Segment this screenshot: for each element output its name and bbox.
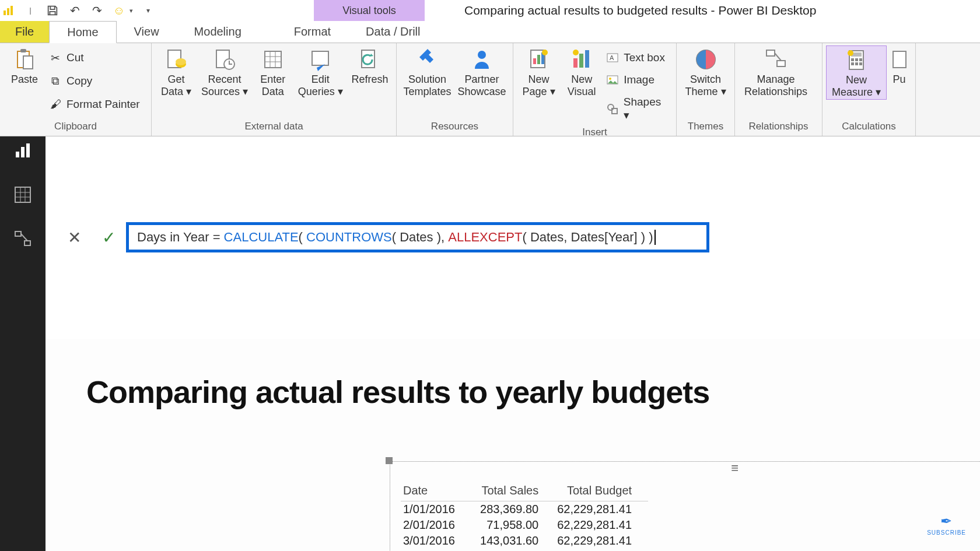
feedback-smile-icon[interactable]: ☺ bbox=[112, 3, 126, 17]
svg-rect-26 bbox=[585, 50, 589, 68]
publish-icon bbox=[887, 47, 912, 72]
paste-button[interactable]: Paste bbox=[4, 45, 46, 87]
report-canvas[interactable]: Comparing actual results to yearly budge… bbox=[46, 339, 980, 552]
svg-rect-51 bbox=[15, 187, 30, 202]
table-visual[interactable]: ≡ DateTotal SalesTotal Budget1/01/201628… bbox=[390, 461, 980, 552]
data-table: DateTotal SalesTotal Budget1/01/2016283,… bbox=[390, 462, 980, 552]
svg-point-27 bbox=[573, 50, 579, 55]
cut-icon: ✂ bbox=[49, 51, 62, 64]
svg-rect-25 bbox=[579, 54, 583, 68]
svg-rect-48 bbox=[16, 152, 19, 157]
svg-rect-47 bbox=[893, 51, 906, 68]
refresh-icon bbox=[357, 47, 383, 72]
svg-point-46 bbox=[848, 50, 853, 56]
svg-rect-42 bbox=[859, 58, 862, 61]
report-view-icon[interactable] bbox=[11, 139, 34, 162]
svg-rect-20 bbox=[533, 58, 536, 64]
svg-rect-36 bbox=[777, 61, 785, 66]
group-external-data: Get Data ▾ Recent Sources ▾ Enter Data E… bbox=[152, 43, 397, 136]
window-title: Comparing actual results to budgeted res… bbox=[425, 0, 980, 21]
image-icon bbox=[606, 73, 619, 86]
shapes-button[interactable]: Shapes ▾ bbox=[603, 93, 673, 124]
group-resources: Solution Templates Partner Showcase Reso… bbox=[397, 43, 513, 136]
resize-handle[interactable] bbox=[386, 457, 393, 464]
undo-icon[interactable]: ↶ bbox=[68, 3, 82, 17]
svg-text:A: A bbox=[610, 54, 614, 61]
table-row[interactable]: 2/01/201671,958.0062,229,281.41 bbox=[401, 517, 648, 533]
formula-input[interactable]: Days in Year = CALCULATE( COUNTROWS( Dat… bbox=[126, 222, 709, 252]
app-logo-icon bbox=[1, 3, 15, 17]
group-relationships: Manage Relationships Relationships bbox=[735, 43, 822, 136]
edit-queries-icon bbox=[307, 47, 333, 72]
save-icon[interactable] bbox=[46, 3, 60, 17]
recent-sources-button[interactable]: Recent Sources ▾ bbox=[197, 45, 252, 99]
get-data-icon bbox=[163, 47, 189, 72]
svg-point-8 bbox=[176, 58, 186, 65]
new-page-button[interactable]: New Page ▾ bbox=[517, 45, 561, 99]
svg-rect-5 bbox=[23, 56, 33, 69]
publish-button-partial[interactable]: Pu bbox=[887, 45, 912, 87]
partner-showcase-button[interactable]: Partner Showcase bbox=[454, 45, 509, 99]
tab-file[interactable]: File bbox=[0, 21, 49, 43]
edit-queries-button[interactable]: Edit Queries ▾ bbox=[294, 45, 347, 99]
copy-button[interactable]: ⧉Copy bbox=[46, 72, 144, 90]
group-insert: New Page ▾ New Visual AText box Image Sh… bbox=[513, 43, 677, 136]
group-themes: Switch Theme ▾ Themes bbox=[677, 43, 735, 136]
copy-icon: ⧉ bbox=[49, 75, 62, 87]
switch-theme-icon bbox=[693, 47, 719, 72]
svg-line-37 bbox=[775, 53, 781, 61]
svg-rect-40 bbox=[851, 58, 854, 61]
textbox-button[interactable]: AText box bbox=[603, 49, 673, 66]
tab-format[interactable]: Format bbox=[276, 21, 348, 43]
tab-view[interactable]: View bbox=[117, 21, 177, 43]
svg-point-31 bbox=[609, 78, 611, 80]
cut-button[interactable]: ✂Cut bbox=[46, 49, 144, 66]
svg-rect-0 bbox=[4, 10, 6, 15]
data-view-icon[interactable] bbox=[11, 183, 34, 206]
svg-rect-4 bbox=[20, 49, 26, 52]
refresh-button[interactable]: Refresh bbox=[347, 45, 393, 87]
table-row[interactable]: 1/01/2016283,369.8062,229,281.41 bbox=[401, 501, 648, 517]
commit-formula-icon[interactable]: ✓ bbox=[92, 228, 126, 247]
tab-modeling[interactable]: Modeling bbox=[177, 21, 259, 43]
manage-relationships-button[interactable]: Manage Relationships bbox=[738, 45, 813, 99]
tab-data-drill[interactable]: Data / Drill bbox=[348, 21, 438, 43]
svg-rect-57 bbox=[24, 241, 30, 245]
table-header[interactable]: Date bbox=[401, 482, 478, 501]
group-calculations: New Measure ▾ Pu Calculations bbox=[822, 43, 916, 136]
new-measure-button[interactable]: New Measure ▾ bbox=[826, 45, 887, 100]
table-row[interactable]: 4/01/2016207,840.7062,229,281.41 bbox=[401, 549, 648, 552]
ribbon: Paste ✂Cut ⧉Copy 🖌Format Painter Clipboa… bbox=[0, 43, 980, 136]
svg-rect-49 bbox=[21, 147, 24, 157]
new-visual-button[interactable]: New Visual bbox=[561, 45, 603, 99]
svg-rect-50 bbox=[26, 143, 30, 157]
feedback-dropdown-icon[interactable]: ▾ bbox=[130, 7, 133, 15]
enter-data-button[interactable]: Enter Data bbox=[252, 45, 294, 99]
enter-data-icon bbox=[260, 47, 286, 72]
partner-showcase-icon bbox=[469, 47, 495, 72]
svg-point-23 bbox=[542, 50, 548, 55]
format-painter-button[interactable]: 🖌Format Painter bbox=[46, 96, 144, 113]
image-button[interactable]: Image bbox=[603, 71, 673, 89]
tab-home[interactable]: Home bbox=[49, 21, 116, 43]
qat-customize-icon[interactable]: ▾ bbox=[141, 3, 155, 17]
table-header[interactable]: Total Sales bbox=[478, 482, 555, 501]
switch-theme-button[interactable]: Switch Theme ▾ bbox=[680, 45, 731, 99]
get-data-button[interactable]: Get Data ▾ bbox=[155, 45, 197, 99]
format-painter-icon: 🖌 bbox=[49, 98, 62, 111]
new-visual-icon bbox=[569, 47, 594, 72]
redo-icon[interactable]: ↷ bbox=[90, 3, 104, 17]
paste-icon bbox=[12, 47, 37, 72]
textbox-icon: A bbox=[606, 51, 619, 64]
solution-templates-button[interactable]: Solution Templates bbox=[400, 45, 454, 99]
solution-templates-icon bbox=[415, 47, 440, 72]
cancel-formula-icon[interactable]: ✕ bbox=[57, 228, 92, 247]
svg-point-32 bbox=[608, 104, 614, 110]
svg-rect-21 bbox=[537, 55, 540, 64]
visual-options-icon[interactable]: ≡ bbox=[731, 461, 740, 476]
table-header[interactable]: Total Budget bbox=[555, 482, 648, 501]
view-rail bbox=[0, 136, 46, 551]
svg-rect-11 bbox=[265, 51, 281, 68]
table-row[interactable]: 3/01/2016143,031.6062,229,281.41 bbox=[401, 533, 648, 549]
model-view-icon[interactable] bbox=[11, 227, 34, 251]
